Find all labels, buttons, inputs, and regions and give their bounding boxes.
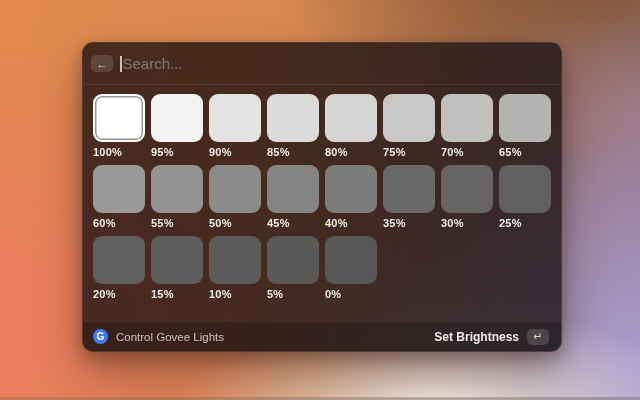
brightness-swatch [499, 94, 551, 142]
brightness-label: 25% [499, 217, 551, 229]
brightness-swatch [267, 94, 319, 142]
brightness-label: 0% [325, 288, 377, 300]
brightness-label: 85% [267, 146, 319, 158]
footer-bar: G Control Govee Lights Set Brightness ↵ [83, 321, 561, 351]
brightness-label: 35% [383, 217, 435, 229]
brightness-swatch [383, 94, 435, 142]
brightness-swatch [93, 94, 145, 142]
brightness-swatch [93, 165, 145, 213]
brightness-swatch [209, 165, 261, 213]
brightness-label: 10% [209, 288, 261, 300]
brightness-option[interactable]: 35% [383, 165, 435, 229]
brightness-option[interactable]: 45% [267, 165, 319, 229]
text-caret [120, 56, 122, 72]
brightness-label: 20% [93, 288, 145, 300]
brightness-label: 95% [151, 146, 203, 158]
brightness-label: 5% [267, 288, 319, 300]
brightness-swatch [325, 236, 377, 284]
brightness-swatch [499, 165, 551, 213]
brightness-swatch [383, 165, 435, 213]
brightness-option[interactable]: 20% [93, 236, 145, 300]
brightness-option[interactable]: 85% [267, 94, 319, 158]
brightness-option[interactable]: 50% [209, 165, 261, 229]
brightness-option[interactable]: 15% [151, 236, 203, 300]
brightness-label: 55% [151, 217, 203, 229]
brightness-option[interactable]: 30% [441, 165, 493, 229]
brightness-swatch [325, 94, 377, 142]
brightness-label: 45% [267, 217, 319, 229]
brightness-label: 65% [499, 146, 551, 158]
extension-info: G Control Govee Lights [93, 329, 224, 344]
extension-window: ← 100% 95% 90% 85% 80% 75% 70% 65% 60% [82, 42, 562, 352]
brightness-label: 15% [151, 288, 203, 300]
brightness-option[interactable]: 80% [325, 94, 377, 158]
brightness-option[interactable]: 55% [151, 165, 203, 229]
brightness-swatch [151, 94, 203, 142]
extension-name: Control Govee Lights [116, 331, 224, 343]
brightness-label: 50% [209, 217, 261, 229]
brightness-option[interactable]: 0% [325, 236, 377, 300]
brightness-label: 80% [325, 146, 377, 158]
brightness-label: 100% [93, 146, 145, 158]
brightness-swatch [209, 236, 261, 284]
brightness-swatch [209, 94, 261, 142]
govee-logo-icon: G [93, 329, 108, 344]
brightness-option[interactable]: 70% [441, 94, 493, 158]
primary-action-label: Set Brightness [434, 330, 519, 344]
brightness-label: 75% [383, 146, 435, 158]
brightness-label: 70% [441, 146, 493, 158]
brightness-swatch [267, 236, 319, 284]
brightness-option[interactable]: 95% [151, 94, 203, 158]
back-button[interactable]: ← [91, 55, 113, 72]
brightness-option[interactable]: 40% [325, 165, 377, 229]
search-input[interactable] [123, 55, 548, 72]
brightness-grid: 100% 95% 90% 85% 80% 75% 70% 65% 60% 55% [83, 85, 561, 321]
brightness-label: 60% [93, 217, 145, 229]
search-bar: ← [83, 43, 561, 85]
brightness-swatch [441, 165, 493, 213]
brightness-option[interactable]: 60% [93, 165, 145, 229]
brightness-option[interactable]: 25% [499, 165, 551, 229]
brightness-option[interactable]: 90% [209, 94, 261, 158]
brightness-option[interactable]: 75% [383, 94, 435, 158]
brightness-swatch [93, 236, 145, 284]
brightness-option[interactable]: 65% [499, 94, 551, 158]
enter-key-icon: ↵ [527, 329, 549, 345]
back-arrow-icon: ← [96, 58, 108, 70]
brightness-option[interactable]: 5% [267, 236, 319, 300]
brightness-swatch [151, 236, 203, 284]
brightness-option[interactable]: 100% [93, 94, 145, 158]
brightness-swatch [267, 165, 319, 213]
brightness-label: 90% [209, 146, 261, 158]
brightness-swatch [151, 165, 203, 213]
brightness-option[interactable]: 10% [209, 236, 261, 300]
brightness-swatch [441, 94, 493, 142]
primary-action[interactable]: Set Brightness ↵ [434, 329, 549, 345]
brightness-label: 30% [441, 217, 493, 229]
brightness-swatch [325, 165, 377, 213]
brightness-label: 40% [325, 217, 377, 229]
